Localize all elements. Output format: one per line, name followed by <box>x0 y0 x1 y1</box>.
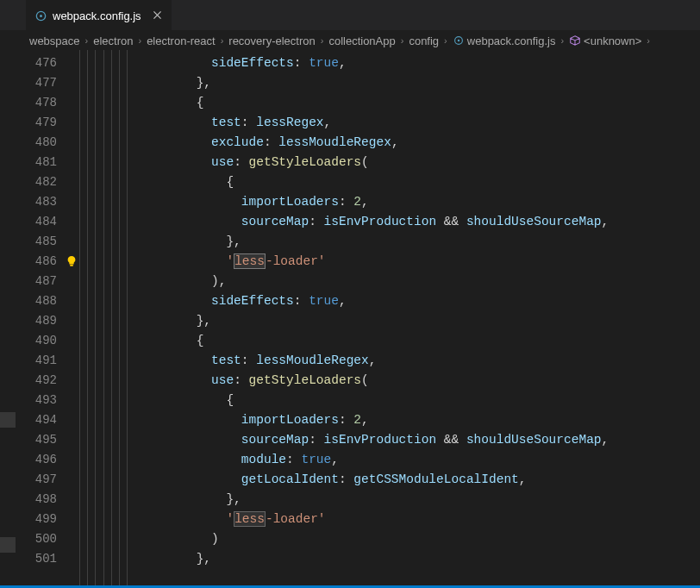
indent-guide <box>95 50 96 585</box>
code-line[interactable]: getLocalIdent: getCSSModuleLocalIdent, <box>136 470 700 490</box>
code-line[interactable]: use: getStyleLoaders( <box>136 153 700 172</box>
code-content[interactable]: sideEffects: true, }, { test: lessRegex,… <box>136 50 700 585</box>
line-number: 496 <box>0 450 79 470</box>
code-line[interactable]: ) <box>136 529 700 549</box>
code-line[interactable]: importLoaders: 2, <box>136 410 700 430</box>
code-line[interactable]: sideEffects: true, <box>136 53 700 73</box>
indent-guide-area <box>79 50 136 585</box>
svg-point-3 <box>458 39 459 41</box>
marker <box>0 412 16 428</box>
code-line[interactable]: }, <box>136 311 700 331</box>
breadcrumb-item[interactable]: config <box>409 34 439 47</box>
chevron-right-icon: › <box>559 35 566 46</box>
line-number: 483 <box>0 192 79 212</box>
code-line[interactable]: sideEffects: true, <box>136 291 700 311</box>
code-line[interactable]: exclude: lessMoudleRegex, <box>136 133 700 153</box>
breadcrumb-item[interactable]: electron-react <box>147 34 215 47</box>
code-line[interactable]: }, <box>136 73 700 93</box>
line-number: 478 <box>0 93 79 113</box>
indent-guide <box>79 50 80 585</box>
chevron-right-icon: › <box>84 35 91 46</box>
code-line[interactable]: use: getStyleLoaders( <box>136 371 700 391</box>
line-number: 493 <box>0 391 79 410</box>
line-number: 488 <box>0 291 79 311</box>
tab-filename: webpack.config.js <box>53 9 141 22</box>
code-line[interactable]: { <box>136 331 700 351</box>
code-line[interactable]: test: lessMoudleRegex, <box>136 351 700 371</box>
line-number: 482 <box>0 172 79 192</box>
breadcrumb-label: <unknown> <box>584 34 641 47</box>
line-number: 484 <box>0 212 79 232</box>
breadcrumb-item[interactable]: webspace <box>29 34 80 47</box>
indent-guide <box>111 50 112 585</box>
code-line[interactable]: }, <box>136 490 700 510</box>
js-file-icon <box>34 9 47 22</box>
breadcrumb-label: config <box>409 34 439 47</box>
tab-gap <box>0 0 26 30</box>
breadcrumb-label: recovery-electron <box>228 34 315 47</box>
code-line[interactable]: 'less-loader' <box>136 510 700 529</box>
line-number: 485 <box>0 232 79 252</box>
code-line[interactable]: }, <box>136 232 700 252</box>
chevron-right-icon: › <box>136 35 143 46</box>
code-line[interactable]: sourceMap: isEnvProduction && shouldUseS… <box>136 430 700 450</box>
chevron-right-icon: › <box>399 35 406 46</box>
lightbulb-icon[interactable] <box>66 254 78 266</box>
line-number: 487 <box>0 272 79 291</box>
close-icon[interactable] <box>152 9 163 23</box>
chevron-right-icon: › <box>219 35 226 46</box>
code-line[interactable]: }, <box>136 549 700 569</box>
breadcrumb-label: webpack.config.js <box>467 34 556 47</box>
tab-webpack-config[interactable]: webpack.config.js <box>26 0 172 31</box>
svg-point-1 <box>40 15 42 17</box>
chevron-right-icon: › <box>319 35 326 46</box>
code-line[interactable]: test: lessRegex, <box>136 113 700 133</box>
breadcrumb-item[interactable]: <unknown> <box>569 34 641 47</box>
line-number: 495 <box>0 430 79 450</box>
left-marker-strip <box>0 50 5 585</box>
line-number: 481 <box>0 153 79 172</box>
line-number: 489 <box>0 311 79 331</box>
code-line[interactable]: ), <box>136 272 700 291</box>
code-line[interactable]: { <box>136 172 700 192</box>
code-line[interactable]: module: true, <box>136 450 700 470</box>
code-line[interactable]: { <box>136 391 700 410</box>
breadcrumb-label: electron-react <box>147 34 215 47</box>
line-number: 499 <box>0 510 79 529</box>
indent-guide <box>127 50 128 585</box>
breadcrumb-item[interactable]: webpack.config.js <box>453 34 556 47</box>
breadcrumb-label: electron <box>93 34 133 47</box>
code-editor[interactable]: 4764774784794804814824834844854864874884… <box>0 50 700 585</box>
tab-bar: webpack.config.js <box>0 0 700 31</box>
line-number-gutter: 4764774784794804814824834844854864874884… <box>0 50 79 585</box>
code-line[interactable]: { <box>136 93 700 113</box>
chevron-right-icon: › <box>442 35 449 46</box>
code-line[interactable]: 'less-loader' <box>136 252 700 272</box>
line-number: 491 <box>0 351 79 371</box>
line-number: 497 <box>0 470 79 490</box>
line-number: 477 <box>0 73 79 93</box>
indent-guide <box>119 50 120 585</box>
code-line[interactable]: importLoaders: 2, <box>136 192 700 212</box>
chevron-right-icon: › <box>645 35 652 46</box>
code-line[interactable]: sourceMap: isEnvProduction && shouldUseS… <box>136 212 700 232</box>
marker <box>0 537 16 553</box>
breadcrumb-label: collectionApp <box>328 34 395 47</box>
indent-guide <box>87 50 88 585</box>
breadcrumb-item[interactable]: collectionApp <box>328 34 395 47</box>
line-number: 480 <box>0 133 79 153</box>
svg-rect-4 <box>70 265 73 266</box>
line-number: 492 <box>0 371 79 391</box>
breadcrumb-item[interactable]: recovery-electron <box>228 34 315 47</box>
breadcrumb-item[interactable]: electron <box>93 34 133 47</box>
line-number: 476 <box>0 53 79 73</box>
line-number: 498 <box>0 490 79 510</box>
line-number: 479 <box>0 113 79 133</box>
line-number: 490 <box>0 331 79 351</box>
breadcrumb-label: webspace <box>29 34 80 47</box>
breadcrumbs[interactable]: webspace›electron›electron-react›recover… <box>0 31 700 50</box>
indent-guide <box>103 50 104 585</box>
